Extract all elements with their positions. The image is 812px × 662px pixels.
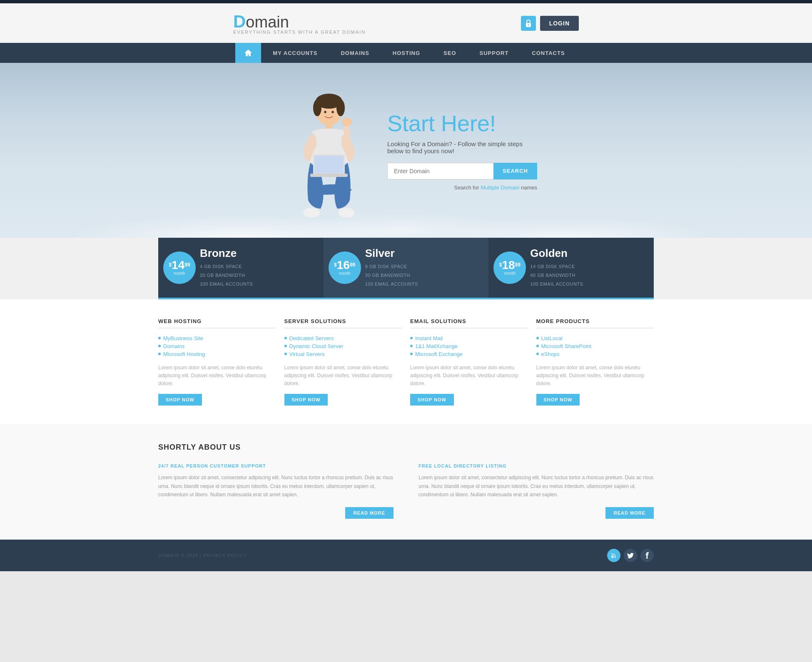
list-item: Microsoft Exchange [410,350,528,358]
list-item: 1&1 MailXchange [410,342,528,350]
about-cols: 24/7 REAL PERSON CUSTOMER SUPPORT Lorem … [158,463,654,519]
main-nav: MY ACCOUNTS DOMAINS HOSTING SEO SUPPORT … [0,43,812,63]
about-col-2: FREE LOCAL DIRECTORY LISTING Lorem ipsum… [418,463,654,519]
list-item: Instant Mail [410,334,528,342]
multi-domain-text: Search for Multiple Domain names [387,184,537,191]
plan-features-golden: 14 GB DISK SPACE 40 GB BANDWIDTH 100 EMA… [530,262,583,289]
rss-icon [611,552,617,558]
hero-inner: Start Here! Looking For a Domain? - Foll… [275,63,537,238]
plan-features-silver: 8 GB DISK SPACE 30 GB BANDWIDTH 100 EMAI… [365,262,418,289]
hero-content: Start Here! Looking For a Domain? - Foll… [383,110,537,191]
hero-search-form: SEARCH [387,163,537,179]
shop-now-web-hosting[interactable]: SHOP NOW [158,394,202,406]
price-circle-bronze: $ 14 99 month [163,251,196,284]
header-right: LOGIN [521,16,579,31]
top-bar [0,0,812,3]
read-more-1[interactable]: READ MORE [345,507,394,519]
price-circle-silver: $ 16 99 month [329,251,361,284]
social-rss[interactable] [607,549,620,562]
pricing-section: $ 14 99 month Bronze 4 GB DISK SPACE 20 … [0,238,812,299]
twitter-icon [627,553,634,558]
feature-server-solutions: SERVER SOLUTIONS Dedicated Servers Dynam… [284,318,402,406]
hero-subtitle: Looking For a Domain? - Follow the simpl… [387,140,537,154]
web-hosting-list: MyBusiness Site Domains Microsoft Hostin… [158,334,276,358]
list-item: Microsoft Hosting [158,350,276,358]
search-button[interactable]: SEARCH [493,163,537,179]
server-solutions-list: Dedicated Servers Dynamic Cloud Server V… [284,334,402,358]
list-item: Dynamic Cloud Server [284,342,402,350]
plan-features-bronze: 4 GB DISK SPACE 20 GB BANDWIDTH 100 EMAI… [200,262,253,289]
email-solutions-list: Instant Mail 1&1 MailXchange Microsoft E… [410,334,528,358]
nav-seo[interactable]: SEO [432,43,468,63]
list-item: ListLocal [536,334,654,342]
list-item: Microsoft SharePoint [536,342,654,350]
footer-social [607,549,654,562]
login-button[interactable]: LOGIN [540,16,579,31]
nav-hosting[interactable]: HOSTING [381,43,432,63]
logo-text: D omain [233,12,366,32]
footer-copyright: DOMAIN © 2014 | PRIVACY POLICY [158,553,247,558]
logo-rest: omain [246,13,289,31]
social-facebook[interactable] [640,549,654,562]
feature-more-products: MORE PRODUCTS ListLocal Microsoft ShareP… [536,318,654,406]
features-section: WEB HOSTING MyBusiness Site Domains Micr… [0,299,812,425]
shop-now-email-solutions[interactable]: SHOP NOW [410,394,454,406]
pricing-golden: $ 18 99 month Golden 14 GB DISK SPACE 40… [488,238,654,299]
svg-point-9 [332,111,334,113]
svg-rect-14 [310,174,348,177]
svg-point-15 [303,208,320,218]
svg-point-1 [528,24,529,25]
svg-point-5 [336,100,345,116]
feature-email-solutions: EMAIL SOLUTIONS Instant Mail 1&1 MailXch… [410,318,528,406]
hero-person [275,63,383,238]
pricing-silver: $ 16 99 month Silver 8 GB DISK SPACE 30 … [324,238,489,299]
about-title: SHORTLY ABOUT US [158,443,654,452]
svg-point-4 [313,100,321,116]
about-col-1: 24/7 REAL PERSON CUSTOMER SUPPORT Lorem … [158,463,394,519]
nav-home[interactable] [235,43,261,63]
svg-point-8 [324,111,326,113]
list-item: Virtual Servers [284,350,402,358]
feature-web-hosting: WEB HOSTING MyBusiness Site Domains Micr… [158,318,276,406]
price-circle-golden: $ 18 99 month [493,251,526,284]
svg-point-11 [342,118,352,126]
svg-point-16 [338,208,355,218]
pricing-bronze: $ 14 99 month Bronze 4 GB DISK SPACE 20 … [158,238,324,299]
more-products-list: ListLocal Microsoft SharePoint eShops [536,334,654,358]
svg-rect-13 [314,156,344,173]
about-section: SHORTLY ABOUT US 24/7 REAL PERSON CUSTOM… [0,424,812,540]
list-item: eShops [536,350,654,358]
header: D omain EVERYTHING STARTS WITH A GREAT D… [0,3,812,43]
nav-contacts[interactable]: CONTACTS [520,43,576,63]
nav-domains[interactable]: DOMAINS [329,43,381,63]
nav-inner: MY ACCOUNTS DOMAINS HOSTING SEO SUPPORT … [235,43,576,63]
hero-title: Start Here! [387,110,537,136]
list-item: Domains [158,342,276,350]
logo-tagline: EVERYTHING STARTS WITH A GREAT DOMAIN [233,30,366,35]
svg-point-17 [611,556,613,558]
shop-now-server-solutions[interactable]: SHOP NOW [284,394,328,406]
facebook-icon [645,552,649,559]
list-item: MyBusiness Site [158,334,276,342]
nav-support[interactable]: SUPPORT [468,43,521,63]
logo: D omain EVERYTHING STARTS WITH A GREAT D… [233,12,366,35]
multi-domain-link[interactable]: Multiple Domain [481,184,519,191]
plan-details-silver: Silver 8 GB DISK SPACE 30 GB BANDWIDTH 1… [365,247,418,289]
list-item: Dedicated Servers [284,334,402,342]
shop-now-more-products[interactable]: SHOP NOW [536,394,580,406]
footer: DOMAIN © 2014 | PRIVACY POLICY [0,540,812,571]
logo-d: D [233,12,246,32]
hero-section: Start Here! Looking For a Domain? - Foll… [0,63,812,238]
plan-details-bronze: Bronze 4 GB DISK SPACE 20 GB BANDWIDTH 1… [200,247,253,289]
domain-search-input[interactable] [387,163,493,179]
plan-details-golden: Golden 14 GB DISK SPACE 40 GB BANDWIDTH … [530,247,583,289]
read-more-2[interactable]: READ MORE [605,507,654,519]
nav-my-accounts[interactable]: MY ACCOUNTS [261,43,329,63]
person-illustration [283,80,375,238]
social-twitter[interactable] [624,549,637,562]
lock-icon [521,16,536,31]
